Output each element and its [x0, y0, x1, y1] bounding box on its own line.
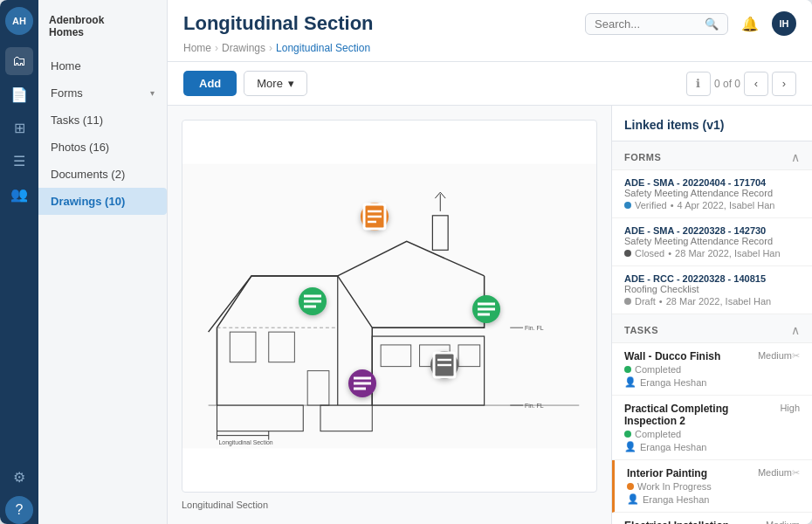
task-title-2: Practical Completing Inspection 2	[624, 403, 780, 427]
form-type-2: Safety Meeting Attendance Record	[624, 236, 800, 246]
page-title: Longitudinal Section	[183, 12, 374, 35]
more-button[interactable]: More ▾	[244, 71, 307, 96]
svg-text:Fin. FL: Fin. FL	[525, 325, 544, 331]
sidebar-item-tasks[interactable]: Tasks (11)	[38, 107, 167, 134]
sidebar: AdenbrookHomes Home Forms ▾ Tasks (11) P…	[38, 0, 168, 524]
task-person-3: 👤 Eranga Heshan	[627, 493, 800, 505]
pagination: ℹ 0 of 0 ‹ ›	[686, 72, 796, 96]
drawing-canvas[interactable]: Fin. FL Fin. FL Longitudinal Section	[182, 120, 597, 493]
person-icon-1: 👤	[624, 376, 637, 388]
sidebar-item-home[interactable]: Home	[38, 52, 167, 79]
form-status-3: Draft	[635, 296, 656, 307]
user-avatar[interactable]: IH	[772, 11, 796, 36]
info-icon[interactable]: ℹ	[686, 72, 711, 96]
task-status-1: Completed	[635, 364, 681, 375]
task-item-3[interactable]: Interior Painting Medium ✂ Work In Progr…	[612, 460, 812, 513]
form-marker-1[interactable]	[361, 203, 389, 231]
task-priority-1: Medium	[758, 350, 792, 361]
task-meta-1: Completed	[624, 364, 800, 375]
svg-text:Longitudinal Section: Longitudinal Section	[218, 439, 272, 446]
form-marker-2[interactable]	[299, 287, 327, 315]
app-logo[interactable]: AH	[5, 7, 33, 35]
task-status-dot-1	[624, 366, 631, 373]
add-button[interactable]: Add	[183, 71, 237, 96]
sidebar-item-documents[interactable]: Documents (2)	[38, 161, 167, 188]
dropdown-arrow-icon: ▾	[288, 77, 294, 90]
tasks-label: TASKS	[624, 325, 658, 335]
prev-page-button[interactable]: ‹	[744, 72, 768, 96]
search-input[interactable]	[595, 17, 699, 31]
status-dot-1	[624, 202, 631, 209]
task-priority-2: High	[780, 403, 800, 413]
tasks-section-header: TASKS ∧	[612, 314, 812, 343]
next-page-button[interactable]: ›	[772, 72, 796, 96]
form-id-3: ADE - RCC - 20220328 - 140815	[624, 273, 800, 284]
grid-icon[interactable]: ⊞	[5, 114, 33, 141]
task-item-1[interactable]: Wall - Ducco Finish Medium ✂ Completed 👤…	[612, 343, 812, 396]
people-icon[interactable]: 👥	[5, 180, 33, 208]
form-date-1: 4 Apr 2022, Isabel Han	[678, 200, 775, 210]
task-priority-4: Medium	[766, 520, 800, 524]
settings-icon[interactable]: ⚙	[5, 463, 33, 491]
forms-section-header: FORMS ∧	[612, 141, 812, 170]
drawing-label: Longitudinal Section	[182, 500, 597, 510]
form-item-2[interactable]: ADE - SMA - 20220328 - 142730 Safety Mee…	[612, 218, 812, 266]
task-person-2: 👤 Eranga Heshan	[624, 441, 800, 452]
form-status-2: Closed	[635, 248, 664, 259]
status-dot-3	[624, 298, 631, 305]
task-person-1: 👤 Eranga Heshan	[624, 376, 800, 388]
task-status-dot-2	[624, 431, 631, 438]
forms-collapse-icon[interactable]: ∧	[791, 150, 800, 164]
form-date-2: 28 Mar 2022, Isabel Han	[675, 248, 780, 259]
form-meta-1: Verified • 4 Apr 2022, Isabel Han	[624, 200, 800, 210]
sidebar-item-drawings[interactable]: Drawings (10)	[38, 188, 167, 215]
form-type-1: Safety Meeting Attendance Record	[624, 188, 800, 198]
task-action-icon-1[interactable]: ✂	[792, 350, 800, 362]
status-dot-2	[624, 250, 631, 257]
task-meta-2: Completed	[624, 429, 800, 439]
form-id-2: ADE - SMA - 20220328 - 142730	[624, 225, 800, 236]
task-meta-3: Work In Progress	[627, 481, 800, 492]
panel-title: Linked items (v1)	[612, 106, 812, 141]
breadcrumb-sep-1: ›	[215, 42, 218, 54]
notification-bell-icon[interactable]: 🔔	[737, 10, 763, 37]
sidebar-item-forms[interactable]: Forms ▾	[38, 79, 167, 107]
person-icon-3: 👤	[627, 493, 639, 505]
main-content: Longitudinal Section 🔍 🔔 IH Home › Drawi…	[168, 0, 812, 524]
breadcrumb-home[interactable]: Home	[183, 42, 211, 54]
briefcase-icon[interactable]: 🗂	[5, 47, 33, 75]
task-status-dot-3	[627, 483, 634, 490]
document-icon[interactable]: 📄	[5, 80, 33, 108]
task-action-icon-3[interactable]: ✂	[792, 467, 800, 479]
task-marker-2[interactable]	[348, 369, 376, 397]
form-marker-3[interactable]	[472, 295, 500, 323]
help-icon[interactable]: ?	[5, 496, 33, 524]
drawing-area: Fin. FL Fin. FL Longitudinal Section	[168, 106, 611, 524]
list-icon[interactable]: ☰	[5, 147, 33, 175]
form-date-3: 28 Mar 2022, Isabel Han	[666, 296, 771, 307]
task-item-4[interactable]: Electrical Installation Medium	[612, 513, 812, 524]
form-item-1[interactable]: ADE - SMA - 20220404 - 171704 Safety Mee…	[612, 170, 812, 218]
task-title-1: Wall - Ducco Finish	[624, 350, 758, 362]
form-meta-2: Closed • 28 Mar 2022, Isabel Han	[624, 248, 800, 259]
search-icon: 🔍	[705, 17, 719, 31]
task-item-2[interactable]: Practical Completing Inspection 2 High C…	[612, 396, 812, 460]
search-box[interactable]: 🔍	[585, 13, 728, 35]
header: Longitudinal Section 🔍 🔔 IH Home › Drawi…	[168, 0, 812, 62]
tasks-collapse-icon[interactable]: ∧	[791, 323, 800, 337]
task-title-4: Electrical Installation	[624, 520, 766, 524]
chevron-down-icon: ▾	[150, 88, 155, 98]
icon-rail: AH 🗂 📄 ⊞ ☰ 👥 ⚙ ?	[0, 0, 38, 524]
task-marker-1[interactable]	[430, 351, 458, 379]
forms-label: FORMS	[624, 152, 661, 162]
form-status-1: Verified	[635, 200, 667, 210]
sidebar-item-photos[interactable]: Photos (16)	[38, 134, 167, 161]
form-item-3[interactable]: ADE - RCC - 20220328 - 140815 Roofing Ch…	[612, 266, 812, 314]
task-status-3: Work In Progress	[637, 481, 712, 492]
svg-text:Fin. FL: Fin. FL	[525, 403, 544, 409]
breadcrumb-current: Longitudinal Section	[276, 42, 370, 54]
form-id-1: ADE - SMA - 20220404 - 171704	[624, 177, 800, 188]
breadcrumb-sep-2: ›	[269, 42, 272, 54]
task-priority-3: Medium	[758, 467, 792, 478]
breadcrumb-drawings[interactable]: Drawings	[222, 42, 265, 54]
